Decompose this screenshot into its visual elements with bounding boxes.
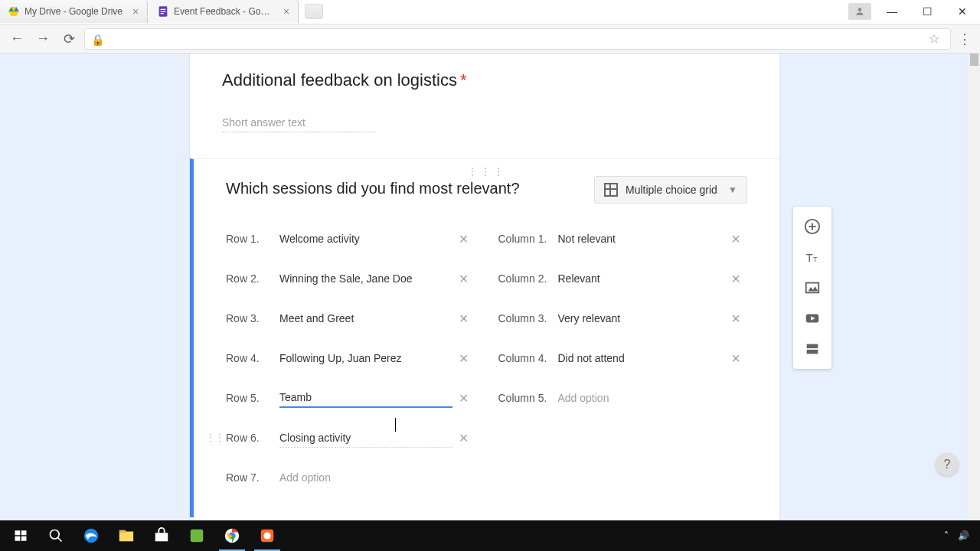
svg-text:T: T (806, 252, 813, 264)
required-asterisk: * (460, 70, 467, 90)
svg-rect-22 (21, 536, 27, 541)
svg-rect-29 (191, 530, 204, 543)
svg-rect-19 (15, 530, 21, 535)
row-input[interactable] (279, 230, 452, 249)
short-answer-placeholder: Short answer text (222, 116, 375, 132)
row-input[interactable] (279, 349, 452, 368)
grid-col: Column 2. × (498, 259, 748, 298)
taskbar-edge[interactable] (74, 520, 109, 551)
new-tab-button[interactable] (305, 4, 323, 19)
question-title-input[interactable]: Which sessions did you find most relevan… (226, 180, 594, 200)
url-field[interactable]: 🔒 ☆ (84, 28, 951, 50)
active-question: ⋮⋮⋮ Which sessions did you find most rel… (190, 158, 779, 517)
taskbar: ˄ 🔊 (0, 520, 980, 551)
add-col-option[interactable]: Add option (558, 389, 748, 408)
row-input[interactable] (279, 309, 452, 328)
svg-rect-21 (15, 536, 21, 541)
question-title: Additional feedback on logistics* (222, 70, 747, 90)
grid-row: ⋮⋮ Row 6. × (226, 418, 475, 458)
close-tab-icon[interactable]: × (130, 6, 141, 17)
add-question-button[interactable] (797, 211, 828, 242)
remove-col-icon[interactable]: × (724, 230, 747, 248)
start-button[interactable] (3, 520, 38, 551)
svg-text:T: T (813, 256, 818, 263)
remove-row-icon[interactable]: × (452, 310, 475, 328)
svg-rect-18 (807, 350, 818, 354)
tab-label: Event Feedback - Google (174, 6, 273, 17)
taskbar-app1[interactable] (179, 520, 214, 551)
grid-row: Row 5. × (226, 378, 475, 418)
add-video-button[interactable] (797, 303, 828, 334)
col-input[interactable] (558, 309, 725, 328)
col-input[interactable] (558, 230, 725, 249)
remove-row-icon[interactable]: × (452, 230, 475, 248)
svg-rect-4 (161, 9, 166, 10)
scrollbar[interactable] (969, 54, 980, 520)
drag-handle-icon[interactable]: ⋮⋮⋮ (467, 165, 506, 178)
taskbar-search[interactable] (38, 520, 74, 551)
add-row-option[interactable]: Add option (279, 468, 475, 487)
minimize-button[interactable]: — (874, 0, 910, 23)
row-input[interactable] (279, 269, 452, 289)
row-input[interactable] (279, 388, 452, 408)
col-label: Column 2. (498, 272, 558, 285)
system-tray[interactable]: ˄ 🔊 (944, 530, 977, 541)
question-type-dropdown[interactable]: Multiple choice grid ▼ (594, 176, 747, 204)
tab-forms[interactable]: Event Feedback - Google × (149, 0, 299, 23)
svg-rect-20 (21, 530, 27, 535)
col-input[interactable] (558, 269, 725, 289)
tab-label: My Drive - Google Drive (24, 6, 122, 17)
add-image-button[interactable] (797, 272, 828, 303)
bookmark-icon[interactable]: ☆ (929, 31, 944, 46)
grid-col: Column 4. × (498, 338, 748, 378)
taskbar-store[interactable] (144, 520, 179, 551)
user-avatar-icon[interactable] (848, 3, 871, 20)
taskbar-chrome[interactable] (214, 520, 250, 551)
add-title-button[interactable]: TT (797, 242, 828, 272)
row-drag-icon[interactable]: ⋮⋮ (206, 432, 224, 443)
remove-row-icon[interactable]: × (452, 270, 475, 288)
tab-drive[interactable]: My Drive - Google Drive × (0, 0, 148, 23)
row-label: Row 5. (226, 392, 279, 404)
remove-row-icon[interactable]: × (452, 390, 475, 407)
svg-rect-28 (155, 533, 168, 541)
remove-row-icon[interactable]: × (452, 350, 475, 367)
browser-titlebar: My Drive - Google Drive × Event Feedback… (0, 0, 980, 24)
taskbar-camtasia[interactable] (250, 520, 285, 551)
svg-rect-6 (161, 13, 164, 14)
remove-row-icon[interactable]: × (452, 429, 475, 447)
forward-button[interactable]: → (32, 28, 54, 50)
tray-volume-icon[interactable]: 🔊 (958, 530, 969, 541)
svg-point-7 (858, 8, 862, 11)
col-label: Column 1. (498, 233, 558, 245)
remove-col-icon[interactable]: × (724, 310, 747, 328)
remove-col-icon[interactable]: × (724, 350, 747, 367)
grid-row-add: Row 7. Add option (226, 458, 475, 497)
col-label: Column 3. (498, 312, 558, 324)
row-input[interactable] (279, 429, 452, 448)
remove-col-icon[interactable]: × (724, 270, 747, 288)
row-label: Row 2. (226, 272, 279, 285)
back-button[interactable]: ← (6, 28, 28, 50)
scroll-up-arrow[interactable] (970, 54, 978, 66)
close-window-button[interactable]: ✕ (945, 0, 980, 23)
row-label: Row 1. (226, 233, 279, 245)
svg-rect-17 (807, 344, 818, 349)
browser-menu-icon[interactable]: ⋮ (956, 31, 974, 47)
row-label: Row 3. (226, 312, 279, 324)
row-label: Row 7. (226, 471, 279, 484)
taskbar-explorer[interactable] (109, 520, 144, 551)
maximize-button[interactable]: ☐ (910, 0, 945, 23)
close-tab-icon[interactable]: × (281, 6, 292, 17)
grid-row: Row 2. × (226, 259, 475, 298)
help-button[interactable]: ? (936, 453, 959, 476)
add-section-button[interactable] (797, 334, 828, 364)
row-label: Row 4. (226, 352, 279, 364)
tray-chevron-icon[interactable]: ˄ (944, 530, 949, 541)
grid-col: Column 1. × (498, 219, 748, 259)
col-input[interactable] (558, 349, 725, 368)
previous-question[interactable]: Additional feedback on logistics* Short … (190, 54, 779, 158)
svg-point-33 (263, 532, 270, 539)
lock-icon: 🔒 (91, 34, 102, 44)
reload-button[interactable]: ⟳ (58, 28, 80, 50)
